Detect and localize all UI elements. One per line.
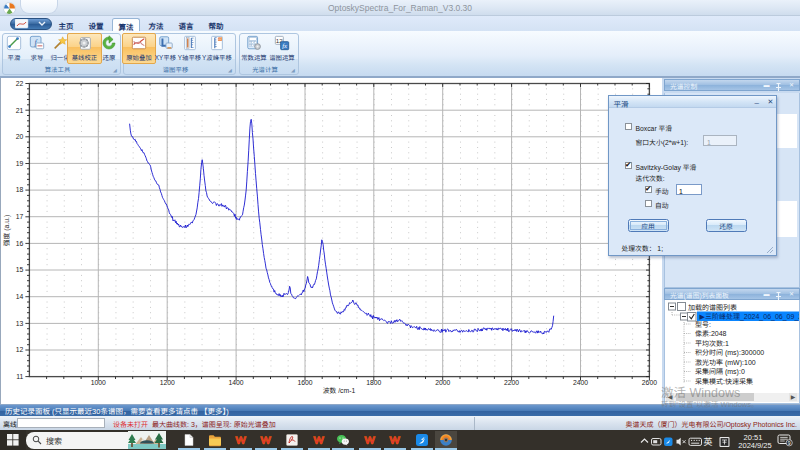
svg-text:1000: 1000: [91, 379, 106, 386]
svg-text:1600: 1600: [297, 379, 312, 386]
svg-text:20: 20: [16, 133, 24, 140]
svg-text:12: 12: [16, 346, 24, 353]
svg-text:像素:2048: 像素:2048: [695, 328, 727, 338]
svg-text:22: 22: [16, 79, 24, 86]
svg-text:10: 10: [218, 36, 222, 41]
svg-text:英: 英: [704, 435, 713, 448]
svg-text:型号:: 型号:: [695, 318, 711, 328]
svg-text:21: 21: [16, 106, 24, 113]
svg-text:采集间隔 (ms):0: 采集间隔 (ms):0: [695, 366, 745, 376]
svg-text:加载的谱图列表: 加载的谱图列表: [688, 301, 737, 311]
svg-text:fx: fx: [282, 41, 287, 48]
svg-text:2400: 2400: [573, 379, 588, 386]
svg-text:18: 18: [16, 186, 24, 193]
svg-text:激光功率 (mW):100: 激光功率 (mW):100: [695, 356, 756, 366]
svg-text:2200: 2200: [504, 379, 519, 386]
svg-text:波数 /cm-1: 波数 /cm-1: [323, 385, 356, 395]
svg-text:强度 (a.u.): 强度 (a.u.): [1, 214, 11, 245]
svg-text:19: 19: [16, 159, 24, 166]
svg-text:15: 15: [16, 266, 24, 273]
svg-text:17: 17: [16, 213, 24, 220]
svg-text:2600: 2600: [642, 379, 657, 386]
svg-text:9: 9: [788, 440, 791, 446]
svg-text:▶三阶峰处理_2024_06_06_09_20_: ▶三阶峰处理_2024_06_06_09_20_: [700, 311, 800, 321]
svg-text:13: 13: [16, 319, 24, 326]
svg-text:1200: 1200: [160, 379, 175, 386]
svg-text:14: 14: [16, 293, 24, 300]
svg-text:1800: 1800: [366, 379, 381, 386]
svg-text:1400: 1400: [229, 379, 244, 386]
svg-text:积分时间 (ms):300000: 积分时间 (ms):300000: [695, 347, 764, 357]
svg-text:16: 16: [16, 239, 24, 246]
svg-text:11: 11: [16, 372, 23, 379]
svg-text:2000: 2000: [435, 379, 450, 386]
svg-text:平均次数:1: 平均次数:1: [695, 337, 729, 347]
